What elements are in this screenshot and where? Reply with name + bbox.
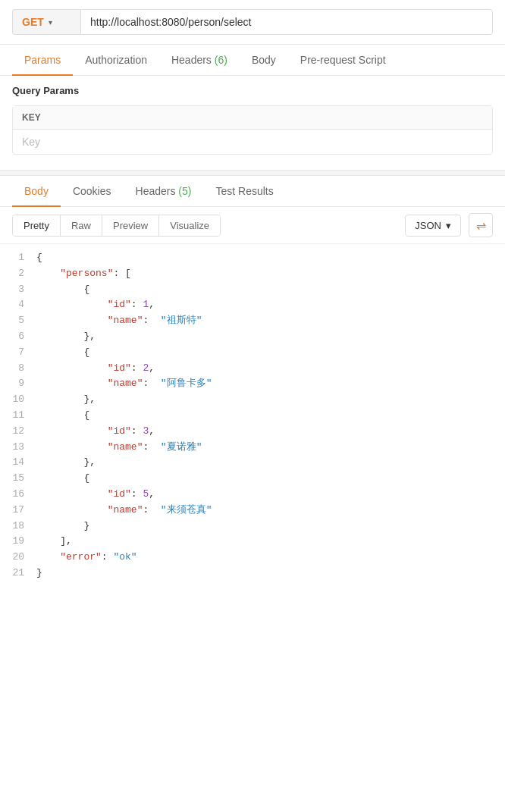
- format-group: Pretty Raw Preview Visualize: [12, 215, 221, 237]
- method-selector[interactable]: GET ▾: [12, 9, 80, 35]
- code-line-13: 13 "name": "夏诺雅": [12, 440, 493, 456]
- response-tab-cookies[interactable]: Cookies: [61, 176, 124, 206]
- url-bar: GET ▾: [0, 0, 505, 45]
- format-toolbar: Pretty Raw Preview Visualize JSON ▾ ⇌: [0, 207, 505, 244]
- json-code-view: 1 { 2 "persons": [ 3 { 4 "id": 1, 5 "nam…: [0, 244, 505, 588]
- response-tab-headers[interactable]: Headers (5): [124, 176, 204, 206]
- table-header: KEY: [13, 106, 492, 130]
- tab-authorization[interactable]: Authorization: [73, 45, 159, 75]
- request-tabs: Params Authorization Headers (6) Body Pr…: [0, 45, 505, 76]
- code-line-7: 7 {: [12, 345, 493, 361]
- url-input[interactable]: [80, 9, 493, 35]
- response-tab-body[interactable]: Body: [12, 176, 61, 206]
- response-tabs: Body Cookies Headers (5) Test Results: [0, 176, 505, 207]
- key-placeholder-row[interactable]: Key: [13, 130, 492, 154]
- wrap-toggle-button[interactable]: ⇌: [469, 213, 493, 237]
- code-line-15: 15 {: [12, 471, 493, 487]
- code-line-4: 4 "id": 1,: [12, 297, 493, 313]
- response-tab-test-results[interactable]: Test Results: [203, 176, 285, 206]
- format-pretty-button[interactable]: Pretty: [13, 215, 61, 236]
- code-line-14: 14 },: [12, 455, 493, 471]
- col-key-header: KEY: [22, 112, 483, 123]
- tab-params[interactable]: Params: [12, 45, 73, 75]
- format-raw-button[interactable]: Raw: [61, 215, 102, 236]
- code-line-11: 11 {: [12, 408, 493, 424]
- code-line-10: 10 },: [12, 392, 493, 408]
- code-line-1: 1 {: [12, 250, 493, 266]
- code-line-9: 9 "name": "阿鲁卡多": [12, 376, 493, 392]
- code-line-21: 21 }: [12, 566, 493, 582]
- method-text: GET: [22, 16, 44, 28]
- format-visualize-button[interactable]: Visualize: [159, 215, 220, 236]
- code-line-8: 8 "id": 2,: [12, 361, 493, 377]
- code-line-17: 17 "name": "来须苍真": [12, 503, 493, 519]
- chevron-down-icon: ▾: [49, 18, 52, 27]
- query-params-header: Query Params: [0, 76, 505, 105]
- query-params-table: KEY Key: [12, 105, 493, 155]
- json-format-selector[interactable]: JSON ▾: [405, 215, 461, 237]
- code-line-19: 19 ],: [12, 534, 493, 550]
- code-line-3: 3 {: [12, 282, 493, 298]
- code-line-5: 5 "name": "祖斯特": [12, 313, 493, 329]
- tab-body[interactable]: Body: [240, 45, 288, 75]
- code-line-18: 18 }: [12, 519, 493, 535]
- code-line-16: 16 "id": 5,: [12, 487, 493, 503]
- code-line-20: 20 "error": "ok": [12, 550, 493, 566]
- format-preview-button[interactable]: Preview: [102, 215, 159, 236]
- tab-prerequest[interactable]: Pre-request Script: [288, 45, 398, 75]
- tab-headers[interactable]: Headers (6): [159, 45, 240, 75]
- section-divider: [0, 170, 505, 176]
- code-line-12: 12 "id": 3,: [12, 424, 493, 440]
- code-line-2: 2 "persons": [: [12, 266, 493, 282]
- code-line-6: 6 },: [12, 329, 493, 345]
- wrap-icon: ⇌: [476, 218, 486, 233]
- chevron-down-icon: ▾: [446, 220, 451, 231]
